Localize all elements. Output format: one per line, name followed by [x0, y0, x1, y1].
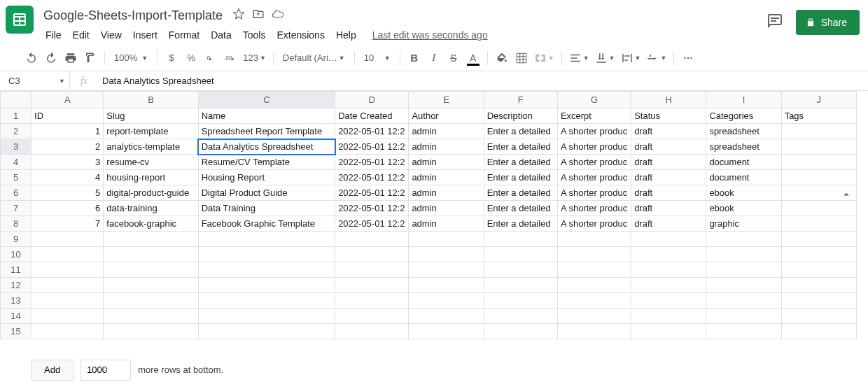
row-header-5[interactable]: 5	[1, 170, 31, 185]
cell-G3[interactable]: A shorter produc	[557, 139, 631, 155]
cell-I11[interactable]	[706, 262, 781, 278]
merge-cells-button[interactable]: ▼	[532, 49, 556, 67]
cell-J5[interactable]	[781, 170, 856, 185]
menu-insert[interactable]: Insert	[128, 27, 162, 43]
menu-help[interactable]: Help	[331, 27, 361, 43]
cell-J2[interactable]	[781, 124, 856, 139]
name-box[interactable]: C3 ▼	[0, 71, 70, 90]
sheets-logo[interactable]	[6, 6, 34, 34]
more-toolbar-button[interactable]	[679, 49, 697, 67]
cell-H5[interactable]: draft	[631, 170, 706, 185]
row-header-10[interactable]: 10	[1, 247, 31, 262]
cell-C8[interactable]: Facebook Graphic Template	[198, 216, 335, 232]
cell-B2[interactable]: report-template	[104, 124, 198, 139]
cell-D7[interactable]: 2022-05-01 12:2	[335, 201, 409, 216]
cell-B9[interactable]	[104, 232, 198, 247]
cell-H4[interactable]: draft	[631, 155, 706, 170]
cell-G14[interactable]	[557, 309, 631, 324]
cell-D15[interactable]	[335, 324, 409, 339]
cell-E8[interactable]: admin	[409, 216, 484, 232]
cell-A1[interactable]: ID	[31, 108, 104, 124]
cell-A6[interactable]: 5	[31, 185, 104, 201]
cell-F3[interactable]: Enter a detailed	[484, 139, 557, 155]
cell-E3[interactable]: admin	[409, 139, 484, 155]
column-header-G[interactable]: G	[557, 92, 631, 108]
cell-F11[interactable]	[484, 262, 557, 278]
cell-D11[interactable]	[335, 262, 409, 278]
fill-color-button[interactable]	[493, 49, 511, 67]
row-header-7[interactable]: 7	[1, 201, 31, 216]
menu-tools[interactable]: Tools	[238, 27, 271, 43]
cell-G15[interactable]	[557, 324, 631, 339]
cell-A10[interactable]	[31, 247, 104, 262]
cell-A11[interactable]	[31, 262, 104, 278]
row-header-4[interactable]: 4	[1, 155, 31, 170]
format-percent-button[interactable]: %	[182, 49, 200, 67]
cell-I5[interactable]: document	[706, 170, 781, 185]
row-header-9[interactable]: 9	[1, 232, 31, 247]
cell-G13[interactable]	[557, 293, 631, 309]
cell-B14[interactable]	[104, 309, 198, 324]
cell-J10[interactable]	[781, 247, 856, 262]
comments-icon[interactable]	[766, 13, 783, 32]
cell-C6[interactable]: Digital Product Guide	[198, 185, 335, 201]
cell-F15[interactable]	[484, 324, 557, 339]
cell-C4[interactable]: Resume/CV Template	[198, 155, 335, 170]
cell-A15[interactable]	[31, 324, 104, 339]
cell-D6[interactable]: 2022-05-01 12:2	[335, 185, 409, 201]
cell-C12[interactable]	[198, 278, 335, 293]
cell-F10[interactable]	[484, 247, 557, 262]
undo-button[interactable]	[22, 49, 41, 67]
cell-H15[interactable]	[631, 324, 706, 339]
more-formats-button[interactable]: 123▼	[241, 49, 268, 67]
cell-F4[interactable]: Enter a detailed	[484, 155, 557, 170]
cell-D5[interactable]: 2022-05-01 12:2	[335, 170, 409, 185]
cell-J7[interactable]	[781, 201, 856, 216]
cell-C7[interactable]: Data Training	[198, 201, 335, 216]
cell-B4[interactable]: resume-cv	[104, 155, 198, 170]
menu-data[interactable]: Data	[206, 27, 237, 43]
cell-E12[interactable]	[409, 278, 484, 293]
row-header-3[interactable]: 3	[1, 139, 31, 155]
cell-D14[interactable]	[335, 309, 409, 324]
cell-J11[interactable]	[781, 262, 856, 278]
cell-B15[interactable]	[104, 324, 198, 339]
cell-F1[interactable]: Description	[484, 108, 557, 124]
cell-H7[interactable]: draft	[631, 201, 706, 216]
last-edit-link[interactable]: Last edit was seconds ago	[372, 29, 488, 41]
cell-B11[interactable]	[104, 262, 198, 278]
cell-D3[interactable]: 2022-05-01 12:2	[335, 139, 409, 155]
cell-A7[interactable]: 6	[31, 201, 104, 216]
cell-H6[interactable]: draft	[631, 185, 706, 201]
cell-H12[interactable]	[631, 278, 706, 293]
v-align-button[interactable]: ▼	[593, 49, 617, 67]
cell-H14[interactable]	[631, 309, 706, 324]
cell-F7[interactable]: Enter a detailed	[484, 201, 557, 216]
select-all-corner[interactable]	[1, 92, 31, 108]
cell-J8[interactable]	[781, 216, 856, 232]
cell-J13[interactable]	[781, 293, 856, 309]
cell-H8[interactable]: draft	[631, 216, 706, 232]
star-icon[interactable]	[232, 8, 245, 23]
cell-A5[interactable]: 4	[31, 170, 104, 185]
cell-G5[interactable]: A shorter produc	[557, 170, 631, 185]
row-header-6[interactable]: 6	[1, 185, 31, 201]
cell-F13[interactable]	[484, 293, 557, 309]
cell-J3[interactable]	[781, 139, 856, 155]
text-color-button[interactable]: A	[464, 49, 482, 67]
row-header-15[interactable]: 15	[1, 324, 31, 339]
cell-A14[interactable]	[31, 309, 104, 324]
cell-H10[interactable]	[631, 247, 706, 262]
cell-B8[interactable]: facebook-graphic	[104, 216, 198, 232]
cell-C14[interactable]	[198, 309, 335, 324]
document-title[interactable]: Google-Sheets-Import-Template	[41, 7, 225, 24]
cell-I13[interactable]	[706, 293, 781, 309]
row-header-2[interactable]: 2	[1, 124, 31, 139]
cell-B10[interactable]	[104, 247, 198, 262]
row-header-11[interactable]: 11	[1, 262, 31, 278]
font-select[interactable]: Default (Ari…▼	[279, 52, 349, 63]
cell-A9[interactable]	[31, 232, 104, 247]
cell-C5[interactable]: Housing Report	[198, 170, 335, 185]
cell-D4[interactable]: 2022-05-01 12:2	[335, 155, 409, 170]
italic-button[interactable]: I	[425, 49, 443, 67]
